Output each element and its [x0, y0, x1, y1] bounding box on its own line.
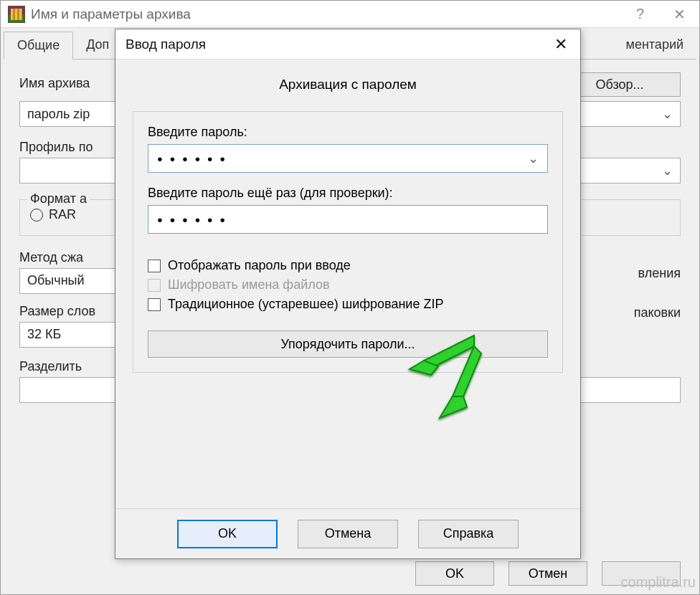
parent-titlebar: Имя и параметры архива ? ✕: [1, 1, 699, 28]
organize-passwords-button[interactable]: Упорядочить пароли...: [148, 330, 548, 358]
pack-suffix-label: паковки: [634, 305, 681, 320]
dialog-titlebar: Ввод пароля ✕: [115, 29, 580, 60]
chevron-down-icon: ⌄: [662, 163, 673, 178]
password-dialog: Ввод пароля ✕ Архивация с паролем Введит…: [115, 29, 581, 559]
winrar-icon: [8, 6, 25, 23]
radio-rar-label: RAR: [49, 207, 76, 222]
dialog-footer: OK Отмена Справка: [115, 508, 580, 558]
radio-rar[interactable]: RAR: [30, 207, 76, 222]
update-suffix-label: вления: [638, 266, 681, 280]
legacy-zip-label: Традиционное (устаревшее) шифрование ZIP: [168, 297, 443, 312]
compression-method-value: Обычный: [27, 273, 85, 288]
archive-format-legend: Формат а: [27, 191, 90, 206]
confirm-password-input[interactable]: ● ● ● ● ● ●: [148, 205, 548, 234]
dialog-title: Ввод пароля: [126, 37, 541, 52]
encrypt-filenames-checkbox: Шифровать имена файлов: [148, 277, 548, 292]
parent-ok-button[interactable]: OK: [415, 561, 494, 586]
password-input[interactable]: ● ● ● ● ● ● ⌄: [148, 144, 548, 173]
radio-icon: [30, 209, 43, 222]
close-button[interactable]: ✕: [660, 1, 699, 27]
svg-marker-3: [440, 396, 467, 418]
dialog-help-button[interactable]: Справка: [418, 520, 519, 548]
dialog-cancel-button[interactable]: Отмена: [298, 520, 398, 548]
password-group: Введите пароль: ● ● ● ● ● ● ⌄ Введите па…: [133, 111, 563, 373]
dict-size-value: 32 КБ: [27, 327, 61, 342]
help-button[interactable]: ?: [620, 1, 660, 27]
checkbox-icon: [148, 279, 161, 292]
confirm-password-label: Введите пароль ещё раз (для проверки):: [148, 186, 548, 201]
password-label: Введите пароль:: [148, 125, 548, 140]
chevron-down-icon: ⌄: [662, 106, 673, 122]
show-password-label: Отображать пароль при вводе: [168, 258, 351, 273]
watermark: complitra.ru: [621, 574, 696, 591]
password-masked: ● ● ● ● ● ●: [157, 153, 227, 164]
checkbox-icon: [148, 260, 161, 272]
checkbox-icon: [148, 298, 161, 311]
show-password-checkbox[interactable]: Отображать пароль при вводе: [148, 258, 548, 273]
confirm-password-masked: ● ● ● ● ● ●: [157, 214, 227, 225]
legacy-zip-checkbox[interactable]: Традиционное (устаревшее) шифрование ZIP: [148, 297, 548, 312]
tab-general[interactable]: Общие: [4, 32, 73, 60]
tab-comment-partial[interactable]: ментарий: [613, 32, 697, 60]
parent-footer: OK Отмен: [1, 561, 699, 586]
dialog-ok-button[interactable]: OK: [177, 520, 278, 548]
encrypt-filenames-label: Шифровать имена файлов: [168, 277, 330, 292]
parent-window-title: Имя и параметры архива: [31, 6, 620, 22]
dialog-heading: Архивация с паролем: [133, 77, 563, 92]
chevron-down-icon: ⌄: [528, 151, 539, 166]
parent-cancel-button[interactable]: Отмен: [509, 561, 587, 586]
archive-name-value: пароль zip: [27, 107, 90, 122]
dialog-close-button[interactable]: ✕: [541, 29, 580, 59]
